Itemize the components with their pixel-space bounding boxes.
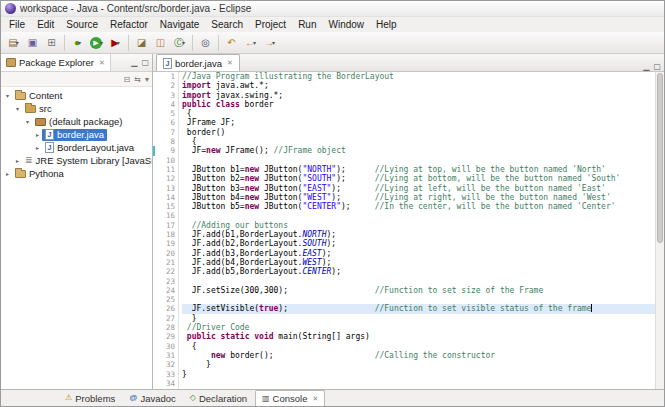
collapse-all-icon[interactable]: ⊟ (124, 75, 131, 84)
minimize-icon[interactable]: ▁ (131, 58, 137, 67)
menu-project[interactable]: Project (249, 17, 292, 32)
code-line[interactable] (182, 277, 655, 286)
minimize-icon[interactable]: ▁ (643, 62, 649, 71)
menu-source[interactable]: Source (60, 17, 104, 32)
menu-search[interactable]: Search (205, 17, 249, 32)
code-line[interactable]: { (182, 109, 655, 118)
code-line[interactable] (182, 295, 655, 304)
code-line[interactable]: JF.setSize(300,300); //Function to set s… (182, 286, 655, 295)
tree-item-content[interactable]: ▾Content (1, 89, 152, 102)
close-icon[interactable]: ✕ (99, 59, 105, 67)
menu-refactor[interactable]: Refactor (104, 17, 154, 32)
menu-file[interactable]: File (3, 17, 31, 32)
new-package-icon[interactable]: ◫ (151, 33, 170, 52)
code-line[interactable]: JButton b5=new JButton("CENTER"); //In t… (182, 202, 655, 211)
search-icon[interactable]: ◎ (196, 33, 215, 52)
menu-navigate[interactable]: Navigate (154, 17, 205, 32)
code-line[interactable]: public class border (182, 100, 655, 109)
new-wizard-icon[interactable]: ▤▾ (4, 33, 23, 52)
run-external-icon[interactable]: ▶▾ (106, 33, 125, 52)
view-menu-icon[interactable]: ▾ (145, 75, 149, 84)
code-line[interactable]: import java.awt.*; (182, 81, 655, 90)
tree-item-src[interactable]: ▾src (1, 102, 152, 115)
close-icon[interactable]: ✕ (312, 395, 318, 403)
code-line[interactable]: JF.add(b4,BorderLayout.WEST); (182, 258, 655, 267)
code-line[interactable] (182, 379, 655, 388)
code-line[interactable]: public static void main(String[] args) (182, 332, 655, 341)
forward-icon[interactable]: →▾ (260, 33, 279, 52)
code-line[interactable]: border() (182, 128, 655, 137)
code-line[interactable]: JFrame JF; (182, 118, 655, 127)
tree-item-pythona[interactable]: ▸Pythona (1, 167, 152, 180)
code-line[interactable]: JF.add(b5,BorderLayout.CENTER); (182, 267, 655, 276)
line-number: 26 (153, 304, 175, 313)
run-icon[interactable]: ▶▾ (87, 33, 106, 52)
code-line[interactable]: //Java Program illustrating the BorderLa… (182, 72, 655, 81)
dropdown-arrow-icon[interactable]: ▾ (16, 39, 19, 46)
tree-item-jre-system-library-javase-1-8[interactable]: ▸≣JRE System Library [JavaSE-1.8] (1, 154, 152, 167)
scrollbar-thumb[interactable] (657, 73, 663, 243)
maximize-icon[interactable]: ▢ (653, 62, 661, 71)
code-line[interactable]: JButton b3=new JButton("EAST"); //Lying … (182, 184, 655, 193)
code-line[interactable]: import javax.swing.*; (182, 91, 655, 100)
expander-icon[interactable]: ▾ (13, 105, 22, 112)
code-line[interactable] (182, 211, 655, 220)
dropdown-arrow-icon[interactable]: ▾ (78, 39, 81, 46)
dropdown-arrow-icon[interactable]: ▾ (253, 39, 256, 46)
menu-run[interactable]: Run (292, 17, 322, 32)
vertical-scrollbar[interactable] (655, 72, 664, 389)
debug-icon[interactable]: ●▾ (68, 33, 87, 52)
code-line[interactable]: JButton b1=new JButton("NORTH"); //Lying… (182, 165, 655, 174)
expander-icon[interactable]: ▸ (33, 144, 42, 151)
expander-icon[interactable]: ▸ (3, 170, 12, 177)
code-editor[interactable]: 1234567891011121314151617181920212223242… (153, 72, 664, 389)
expander-icon[interactable]: ▸ (33, 131, 42, 138)
bottom-tab-declaration[interactable]: ◇Declaration (184, 390, 253, 406)
editor-tab-border-java[interactable]: J border.java ✕ (156, 54, 240, 71)
code-line[interactable]: JF.add(b1,BorderLayout.NORTH); (182, 230, 655, 239)
code-line[interactable]: JButton b4=new JButton("WEST"); //Lying … (182, 193, 655, 202)
dropdown-arrow-icon[interactable]: ▾ (182, 39, 185, 46)
new-java-project-icon[interactable]: ◪ (132, 33, 151, 52)
bottom-tab-problems[interactable]: ⚠Problems (59, 390, 121, 406)
code-line[interactable]: new border(); //Calling the constructor (182, 351, 655, 360)
code-line[interactable]: { (182, 137, 655, 146)
code-line[interactable] (182, 156, 655, 165)
code-line[interactable]: //Driver Code (182, 323, 655, 332)
menu-edit[interactable]: Edit (31, 17, 60, 32)
code-line[interactable]: } (182, 314, 655, 323)
code-line[interactable]: JF=new JFrame(); //JFrame object (182, 146, 655, 155)
link-with-editor-icon[interactable]: ⇆ (134, 75, 141, 84)
close-icon[interactable]: ✕ (227, 59, 233, 67)
code-line[interactable]: JF.add(b3,BorderLayout.EAST); (182, 249, 655, 258)
code-line[interactable]: } (182, 360, 655, 369)
code-line[interactable]: //Adding our buttons (182, 221, 655, 230)
save-icon[interactable]: ▣ (23, 33, 42, 52)
tree-item-default-package[interactable]: ▾(default package) (1, 115, 152, 128)
maximize-icon[interactable]: ▢ (141, 58, 149, 67)
expander-icon[interactable]: ▾ (3, 92, 12, 99)
back-icon[interactable]: ←▾ (241, 33, 260, 52)
code-line[interactable]: JF.setVisible(true); //Function to set v… (182, 304, 655, 313)
dropdown-arrow-icon[interactable]: ▾ (272, 39, 275, 46)
menu-window[interactable]: Window (322, 17, 370, 32)
bottom-tab-console[interactable]: ▥Console✕ (255, 390, 325, 406)
dropdown-arrow-icon[interactable]: ▾ (100, 39, 103, 46)
last-edit-icon[interactable]: ↶ (222, 33, 241, 52)
dropdown-arrow-icon[interactable]: ▾ (117, 39, 120, 46)
tree-item-border-java[interactable]: ▸Jborder.java (1, 128, 152, 141)
code-line[interactable]: JButton b2=new JButton("SOUTH"); //Lying… (182, 174, 655, 183)
print-icon[interactable]: ⊞ (42, 33, 61, 52)
expander-icon[interactable]: ▸ (13, 157, 22, 164)
code-line[interactable]: JF.add(b2,BorderLayout.SOUTH); (182, 239, 655, 248)
code-line[interactable]: { (182, 342, 655, 351)
tree-item-borderlayout-java[interactable]: ▸JBorderLayout.java (1, 141, 152, 154)
menu-help[interactable]: Help (370, 17, 403, 32)
package-explorer-tab[interactable]: Package Explorer ✕ (1, 54, 111, 71)
line-number: 13 (153, 184, 175, 193)
expander-icon[interactable]: ▾ (23, 118, 32, 125)
bottom-tab-javadoc[interactable]: @Javadoc (123, 390, 182, 406)
new-class-icon[interactable]: Ⓒ▾ (170, 33, 189, 52)
code-line[interactable]: } (182, 370, 655, 379)
code-lines[interactable]: //Java Program illustrating the BorderLa… (179, 72, 655, 389)
